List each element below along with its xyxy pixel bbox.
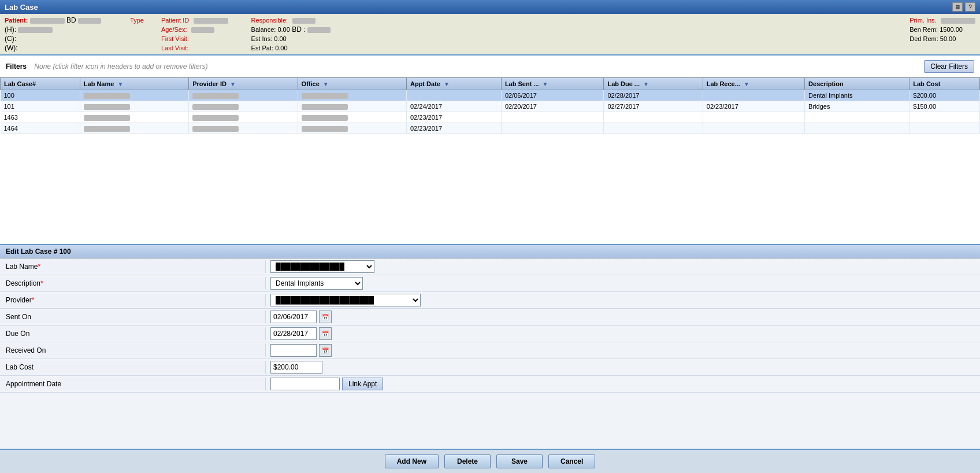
form-row-appointment-date: Appointment Date Link Appt <box>0 376 980 393</box>
col-lab-name[interactable]: Lab Name ▼ <box>80 78 188 90</box>
form-row-due-on: Due On 📅 <box>0 326 980 342</box>
lab-cost-label: Lab Cost <box>0 361 266 374</box>
lab-cost-input[interactable] <box>270 361 322 374</box>
patient-id-row: Patient ID <box>161 16 228 24</box>
responsible-section: Responsible: Balance: 0.00 BD : Est Ins:… <box>251 16 331 52</box>
responsible-row: Responsible: <box>251 16 331 24</box>
insurance-section: Prim. Ins. Ben Rem: 1500.00 Ded Rem: 50.… <box>910 16 975 52</box>
col-lab-cost[interactable]: Lab Cost <box>910 78 980 90</box>
table-row[interactable]: 1463 02/23/2017 <box>1 112 980 123</box>
sent-on-label: Sent On <box>0 311 266 323</box>
due-on-input[interactable] <box>270 327 317 340</box>
patient-info-bar: Patient: BD (H): (C): (W): Type <box>0 14 980 56</box>
monitor-icon[interactable]: 🖥 <box>952 2 963 12</box>
save-button[interactable]: Save <box>496 454 543 468</box>
received-on-label: Received On <box>0 344 266 357</box>
patient-bd: BD <box>66 16 76 24</box>
col-description[interactable]: Description <box>805 78 910 90</box>
phone-c: (C): <box>5 35 101 43</box>
form-row-lab-name: Lab Name* ██████████████ <box>0 258 980 275</box>
first-visit-row: First Visit: <box>161 35 228 43</box>
lab-rece-filter-icon[interactable]: ▼ <box>744 81 749 87</box>
est-pat-row: Est Pat: 0.00 <box>251 44 331 52</box>
lab-name-select[interactable]: ██████████████ <box>270 260 374 273</box>
title-bar-controls: 🖥 ? <box>952 2 975 12</box>
form-row-sent-on: Sent On 📅 <box>0 309 980 326</box>
age-sex-blurred <box>191 27 214 33</box>
lab-name-filter-icon[interactable]: ▼ <box>117 81 123 87</box>
received-on-value: 📅 <box>266 342 980 359</box>
table-row[interactable]: 100 02/06/201702/28/2017Dental Implants$… <box>1 90 980 101</box>
appointment-date-value: Link Appt <box>266 376 980 392</box>
add-new-button[interactable]: Add New <box>385 454 439 468</box>
appointment-date-input[interactable] <box>270 378 340 390</box>
patient-id-section: Patient ID Age/Sex: First Visit: Last Vi… <box>161 16 228 52</box>
ben-rem-row: Ben Rem: 1500.00 <box>910 25 975 34</box>
ded-rem-row: Ded Rem: 50.00 <box>910 35 975 43</box>
office-filter-icon[interactable]: ▼ <box>323 81 329 87</box>
sent-on-calendar-button[interactable]: 📅 <box>319 311 332 323</box>
link-appt-button[interactable]: Link Appt <box>342 378 383 390</box>
edit-panel-header: Edit Lab Case # 100 <box>0 245 980 258</box>
lab-cases-table-container[interactable]: Lab Case# Lab Name ▼ Provider ID ▼ Offic… <box>0 77 980 245</box>
filters-info: Filters None (click filter icon in heade… <box>6 62 207 71</box>
provider-filter-icon[interactable]: ▼ <box>230 81 236 87</box>
lab-sent-filter-icon[interactable]: ▼ <box>543 81 548 87</box>
form-row-description: Description* Dental Implants <box>0 275 980 292</box>
balance-bd: BD : <box>292 25 307 34</box>
col-lab-case[interactable]: Lab Case# <box>1 78 80 90</box>
bottom-buttons: Add New Delete Save Cancel <box>0 449 980 473</box>
cancel-button[interactable]: Cancel <box>548 454 595 468</box>
type-section: Type <box>130 16 144 52</box>
description-label: Description* <box>0 277 266 290</box>
patient-id-blurred <box>194 18 228 24</box>
balance-row: Balance: 0.00 BD : <box>251 25 331 34</box>
sent-on-input[interactable] <box>270 311 317 323</box>
main-content: Patient: BD (H): (C): (W): Type <box>0 14 980 473</box>
est-ins-row: Est Ins: 0.00 <box>251 35 331 43</box>
received-on-input[interactable] <box>270 344 317 357</box>
due-on-label: Due On <box>0 327 266 340</box>
description-value: Dental Implants <box>266 275 980 291</box>
phone-h-blurred <box>18 27 53 33</box>
lab-due-filter-icon[interactable]: ▼ <box>643 81 649 87</box>
help-icon[interactable]: ? <box>965 2 975 12</box>
form-row-received-on: Received On 📅 <box>0 342 980 359</box>
provider-value: ████████████████████ <box>266 292 980 308</box>
table-header-row: Lab Case# Lab Name ▼ Provider ID ▼ Offic… <box>1 78 980 90</box>
form-row-provider: Provider* ████████████████████ <box>0 292 980 309</box>
col-office[interactable]: Office ▼ <box>298 78 406 90</box>
col-lab-rece[interactable]: Lab Rece... ▼ <box>703 78 804 90</box>
type-label: Type <box>130 16 144 24</box>
col-lab-due[interactable]: Lab Due ... ▼ <box>604 78 703 90</box>
prim-ins-blurred <box>941 18 975 24</box>
edit-panel: Edit Lab Case # 100 Lab Name* ██████████… <box>0 245 980 449</box>
col-provider-id[interactable]: Provider ID ▼ <box>189 78 298 90</box>
phone-w: (W): <box>5 44 101 52</box>
phone-h: (H): <box>5 25 101 34</box>
window-title: Lab Case <box>5 3 38 12</box>
lab-name-value: ██████████████ <box>266 258 980 275</box>
col-lab-sent[interactable]: Lab Sent ... ▼ <box>501 78 604 90</box>
appt-date-filter-icon[interactable]: ▼ <box>444 81 450 87</box>
patient-name-section: Patient: BD (H): (C): (W): <box>5 16 101 52</box>
patient-bd-blurred <box>78 18 101 24</box>
patient-label: Patient: BD <box>5 16 101 24</box>
filters-bar: Filters None (click filter icon in heade… <box>0 56 980 77</box>
table-row[interactable]: 1464 02/23/2017 <box>1 123 980 134</box>
col-appt-date[interactable]: Appt Date ▼ <box>406 78 501 90</box>
balance-bd-blurred <box>307 27 331 33</box>
clear-filters-button[interactable]: Clear Filters <box>924 60 974 73</box>
table-row[interactable]: 101 02/24/201702/20/201702/27/201702/23/… <box>1 101 980 112</box>
description-select[interactable]: Dental Implants <box>270 277 363 290</box>
age-sex-row: Age/Sex: <box>161 25 228 34</box>
sent-on-value: 📅 <box>266 309 980 325</box>
received-on-calendar-button[interactable]: 📅 <box>319 344 332 357</box>
last-visit-row: Last Visit: <box>161 44 228 52</box>
lab-cases-table: Lab Case# Lab Name ▼ Provider ID ▼ Offic… <box>0 77 980 134</box>
lab-cost-value <box>266 359 980 375</box>
provider-select[interactable]: ████████████████████ <box>270 294 421 306</box>
edit-form: Lab Name* ██████████████ Description* De… <box>0 258 980 393</box>
delete-button[interactable]: Delete <box>444 454 491 468</box>
due-on-calendar-button[interactable]: 📅 <box>319 327 332 340</box>
